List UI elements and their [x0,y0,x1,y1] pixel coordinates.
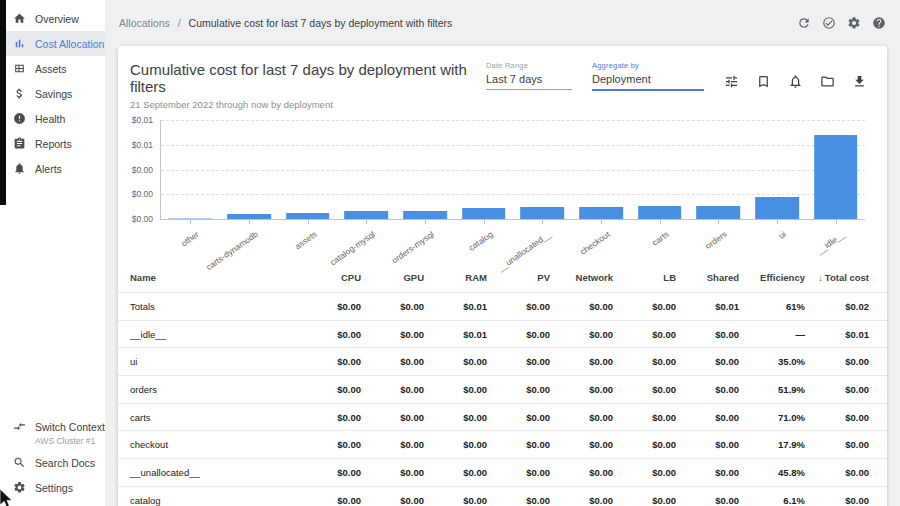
sidebar-item-health[interactable]: Health [0,106,105,131]
sidebar-item-cost-allocation[interactable]: Cost Allocation [0,31,105,56]
column-header-lb[interactable]: LB [613,272,676,283]
table-row[interactable]: __unallocated__$0.00$0.00$0.00$0.00$0.00… [118,458,887,486]
column-header-cpu[interactable]: CPU [298,272,361,283]
report-card: Cumulative cost for last 7 days by deplo… [118,46,887,506]
sidebar-item-overview[interactable]: Overview [0,6,105,31]
table-cell: $0.00 [487,384,550,395]
column-header-total-cost[interactable]: ↓Total cost [805,272,869,283]
table-cell: $0.00 [613,301,676,312]
table-cell: $0.00 [298,356,361,367]
table-row[interactable]: catalog$0.00$0.00$0.00$0.00$0.00$0.00$0.… [118,486,887,506]
column-header-name[interactable]: Name [130,272,298,283]
table-cell: $0.00 [550,467,613,478]
column-header-efficiency[interactable]: Efficiency [739,272,805,283]
x-axis-tick [836,220,837,224]
chart-bar[interactable] [286,213,330,219]
table-cell: 6.1% [739,495,805,506]
x-axis-tick-label: catalog-mysql [328,229,377,267]
column-header-gpu[interactable]: GPU [361,272,424,283]
table-row[interactable]: carts$0.00$0.00$0.00$0.00$0.00$0.00$0.00… [118,403,887,431]
table-cell: $0.00 [487,329,550,340]
search-docs-button[interactable]: Search Docs [0,450,105,475]
chart-bar[interactable] [521,207,565,219]
chart-bar[interactable] [169,218,213,220]
y-axis-tick-label: $0.00 [119,165,153,175]
chart-bar[interactable] [638,206,682,219]
column-header-shared[interactable]: Shared [676,272,739,283]
table-row[interactable]: ui$0.00$0.00$0.00$0.00$0.00$0.00$0.0035.… [118,347,887,375]
breadcrumb-allocations[interactable]: Allocations [119,17,170,29]
breadcrumb: Allocations / Cumulative cost for last 7… [119,17,452,29]
table-row[interactable]: checkout$0.00$0.00$0.00$0.00$0.00$0.00$0… [118,430,887,458]
table-cell: $0.00 [361,329,424,340]
aggregate-by-select[interactable]: Aggregate by Deployment [592,61,704,91]
download-icon[interactable] [852,74,867,89]
chart-bar[interactable] [814,135,858,219]
table-cell: $0.00 [298,329,361,340]
table-cell: $0.00 [424,467,487,478]
home-icon [13,12,26,25]
date-range-select[interactable]: Date Range Last 7 days [486,61,572,90]
column-header-network[interactable]: Network [550,272,613,283]
tune-icon[interactable] [724,74,739,89]
table-cell: $0.00 [613,467,676,478]
table-row[interactable]: orders$0.00$0.00$0.00$0.00$0.00$0.00$0.0… [118,375,887,403]
settings-button[interactable]: Settings [0,475,105,500]
table-cell: $0.02 [805,301,869,312]
switch-context-button[interactable]: Switch Context AWS Cluster #1 [0,413,105,450]
table-cell: 51.9% [739,384,805,395]
chart-bar[interactable] [403,211,447,219]
table-cell: $0.00 [613,495,676,506]
table-cell: — [739,329,805,340]
bookmark-icon[interactable] [756,74,771,89]
bar-chart-icon [13,37,26,50]
x-axis-tick [601,220,602,224]
chart-bar[interactable] [227,214,271,219]
bell-icon[interactable] [788,74,803,89]
topbar-icons [797,16,886,30]
sidebar-item-savings[interactable]: Savings [0,81,105,106]
refresh-icon[interactable] [797,16,811,30]
aggregate-by-value[interactable]: Deployment [592,70,704,89]
column-header-ram[interactable]: RAM [424,272,487,283]
chart-bar[interactable] [462,208,506,219]
x-axis-tick [425,220,426,224]
table-cell: $0.00 [424,412,487,423]
chart-bar[interactable] [345,211,389,219]
chart-bar[interactable] [755,197,799,219]
help-icon[interactable] [872,16,886,30]
x-axis-tick-label: checkout [578,229,612,257]
check-circle-icon[interactable] [822,16,836,30]
chart-bar[interactable] [579,207,623,219]
table-cell: $0.00 [550,439,613,450]
sidebar-item-reports[interactable]: Reports [0,131,105,156]
table-cell: $0.00 [424,495,487,506]
aggregate-by-label: Aggregate by [592,61,704,70]
table-cell: $0.00 [361,384,424,395]
row-name: orders [130,384,298,395]
gridline [161,170,865,171]
table-cell: $0.00 [424,439,487,450]
table-cell: $0.00 [298,384,361,395]
table-cell: $0.00 [487,412,550,423]
gridline [161,194,865,195]
x-axis-tick [777,220,778,224]
table-cell: $0.00 [487,301,550,312]
gear-icon[interactable] [847,16,861,30]
table-cell: $0.00 [361,356,424,367]
sidebar-item-assets[interactable]: Assets [0,56,105,81]
sidebar-item-alerts[interactable]: Alerts [0,156,105,181]
alert-circle-icon [13,112,26,125]
column-header-pv[interactable]: PV [487,272,550,283]
x-axis-tick [366,220,367,224]
table-cell: $0.00 [676,356,739,367]
chart-plot-area: $0.00$0.00$0.00$0.01$0.01othercarts-dyna… [160,120,865,220]
table-cell: $0.00 [676,495,739,506]
table-row[interactable]: Totals$0.00$0.00$0.01$0.00$0.00$0.00$0.0… [118,292,887,320]
folder-icon[interactable] [820,74,835,89]
table-row[interactable]: __idle__$0.00$0.00$0.01$0.00$0.00$0.00$0… [118,320,887,348]
row-name: ui [130,356,298,367]
chart-bar[interactable] [697,206,741,219]
date-range-value[interactable]: Last 7 days [486,70,572,89]
topbar: Allocations / Cumulative cost for last 7… [105,0,900,46]
